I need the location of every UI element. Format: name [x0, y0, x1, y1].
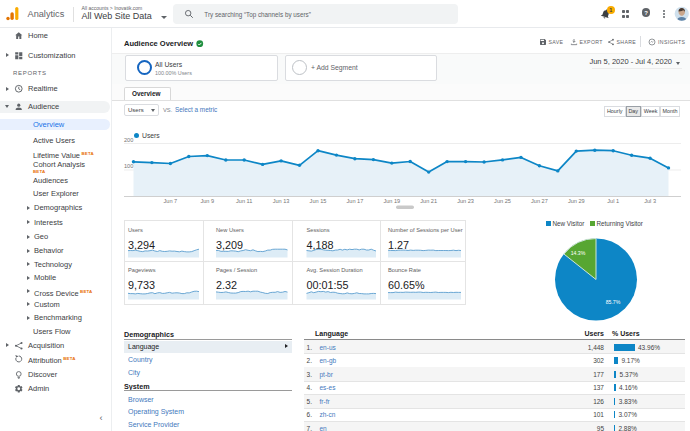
svg-text:85.7%: 85.7% [606, 299, 621, 305]
svg-text:14.3%: 14.3% [571, 250, 586, 256]
